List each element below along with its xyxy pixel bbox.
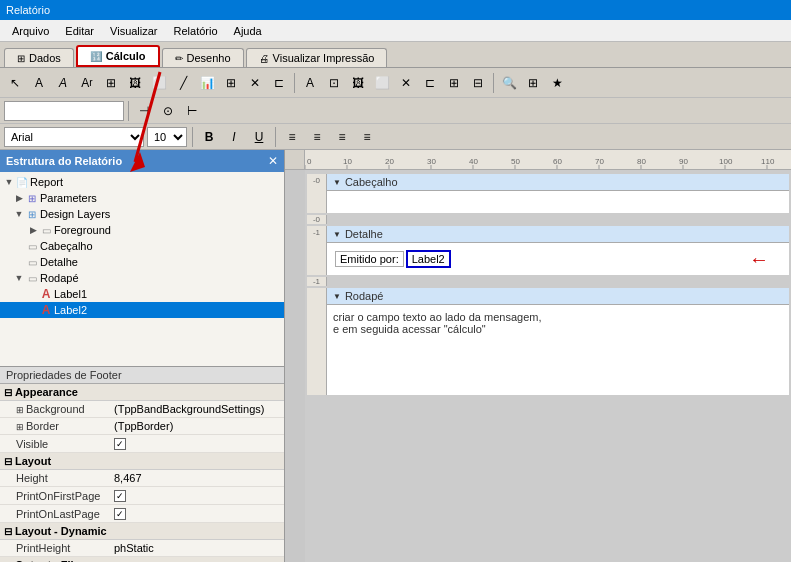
- prop-background: ⊞Background (TppBandBackgroundSettings): [0, 401, 284, 418]
- firstpage-checkbox[interactable]: ✓: [114, 490, 126, 502]
- tree-design-layers[interactable]: ▼ ⊞ Design Layers: [0, 206, 284, 222]
- cross-tool-btn[interactable]: ✕: [244, 72, 266, 94]
- expand-label2[interactable]: [28, 305, 38, 315]
- report-tree: ▼ 📄 Report ▶ ⊞ Parameters ▼ ⊞ Design Lay…: [0, 172, 284, 367]
- menu-arquivo[interactable]: Arquivo: [4, 23, 57, 39]
- tree-label1[interactable]: A Label1: [0, 286, 284, 302]
- prop-firstpage-name: PrintOnFirstPage: [0, 488, 110, 504]
- canvas-content: -0 ▼ Cabeçalho -0: [305, 170, 791, 562]
- section-appearance[interactable]: ⊟ Appearance: [0, 384, 284, 401]
- visible-checkbox[interactable]: ✓: [114, 438, 126, 450]
- expand-report[interactable]: ▼: [4, 177, 14, 187]
- align-left-btn[interactable]: ⊣: [133, 100, 155, 122]
- detalhe-band-header[interactable]: ▼ Detalhe: [327, 226, 789, 243]
- close-panel-btn[interactable]: ✕: [268, 154, 278, 168]
- text3-tool-btn[interactable]: Ar: [76, 72, 98, 94]
- tree-report[interactable]: ▼ 📄 Report: [0, 174, 284, 190]
- cabecalho-band-row: -0 ▼ Cabeçalho: [307, 174, 789, 213]
- emitido-por-label: Emitido por:: [335, 251, 404, 267]
- select-tool-btn[interactable]: ↖: [4, 72, 26, 94]
- font-name-select[interactable]: Arial: [4, 127, 144, 147]
- image-tool-btn[interactable]: 🖼: [124, 72, 146, 94]
- chart-tool-btn[interactable]: 📊: [196, 72, 218, 94]
- cabecalho-triangle: ▼: [333, 178, 341, 187]
- cross2-btn[interactable]: ✕: [395, 72, 417, 94]
- section-output-file[interactable]: ⊟ Output - File: [0, 557, 284, 562]
- label2-element[interactable]: Label2: [406, 250, 451, 268]
- text2-tool-btn[interactable]: A: [52, 72, 74, 94]
- expand-layout-dynamic: ⊟: [4, 526, 12, 537]
- prop-visible-value: ✓: [110, 435, 284, 452]
- sub2-btn[interactable]: ⊏: [419, 72, 441, 94]
- font-size-select[interactable]: 10: [147, 127, 187, 147]
- tab-calculo[interactable]: 🔢 Cálculo: [76, 45, 160, 67]
- tree-label2[interactable]: A Label2: [0, 302, 284, 318]
- menu-editar[interactable]: Editar: [57, 23, 102, 39]
- section-layout-label: Layout: [15, 455, 51, 467]
- lastpage-checkbox[interactable]: ✓: [114, 508, 126, 520]
- text2b-btn[interactable]: A: [299, 72, 321, 94]
- tree-cabecalho[interactable]: ▭ Cabeçalho: [0, 238, 284, 254]
- align-center-btn[interactable]: ⊙: [157, 100, 179, 122]
- expand-params[interactable]: ▶: [14, 193, 24, 203]
- tab-visualizar[interactable]: 🖨 Visualizar Impressão: [246, 48, 388, 67]
- expand-label1[interactable]: [28, 289, 38, 299]
- expand-cabecalho[interactable]: [14, 241, 24, 251]
- expand-layout: ⊟: [4, 456, 12, 467]
- shape-tool-btn[interactable]: ⬜: [148, 72, 170, 94]
- rodape-band-header[interactable]: ▼ Rodapé: [327, 288, 789, 305]
- justify-btn[interactable]: ≡: [356, 126, 378, 148]
- rodape-icon: ▭: [24, 271, 40, 285]
- align-right-btn[interactable]: ⊢: [181, 100, 203, 122]
- section-layout[interactable]: ⊟ Layout: [0, 453, 284, 470]
- expand-layers[interactable]: ▼: [14, 209, 24, 219]
- svg-text:110: 110: [761, 157, 775, 166]
- tree-detalhe[interactable]: ▭ Detalhe: [0, 254, 284, 270]
- extra2-btn[interactable]: ⊟: [467, 72, 489, 94]
- italic-btn[interactable]: I: [223, 126, 245, 148]
- align-text-right-btn[interactable]: ≡: [331, 126, 353, 148]
- field-tool-btn[interactable]: ⊞: [100, 72, 122, 94]
- img2-btn[interactable]: 🖼: [347, 72, 369, 94]
- rodape-text: criar o campo texto ao lado da mensagem,…: [333, 311, 542, 335]
- svg-text:90: 90: [679, 157, 688, 166]
- expand-rodape[interactable]: ▼: [14, 273, 24, 283]
- tab-desenho[interactable]: ✏ Desenho: [162, 48, 244, 67]
- expand-fg[interactable]: ▶: [28, 225, 38, 235]
- extra1-btn[interactable]: ⊞: [443, 72, 465, 94]
- grid-btn[interactable]: ⊞: [522, 72, 544, 94]
- tab-desenho-label: Desenho: [187, 52, 231, 64]
- underline-btn[interactable]: U: [248, 126, 270, 148]
- bold-btn[interactable]: B: [198, 126, 220, 148]
- menu-ajuda[interactable]: Ajuda: [226, 23, 270, 39]
- shape2-btn[interactable]: ⬜: [371, 72, 393, 94]
- align-text-center-btn[interactable]: ≡: [306, 126, 328, 148]
- section-layout-dynamic[interactable]: ⊟ Layout - Dynamic: [0, 523, 284, 540]
- prop-printheight: PrintHeight phStatic: [0, 540, 284, 557]
- separator2: [493, 73, 494, 93]
- tree-rodape[interactable]: ▼ ▭ Rodapé: [0, 270, 284, 286]
- rodape-triangle: ▼: [333, 292, 341, 301]
- star-btn[interactable]: ★: [546, 72, 568, 94]
- red-arrow-annotation: ←: [749, 248, 769, 271]
- subreport-tool-btn[interactable]: ⊏: [268, 72, 290, 94]
- expand-detalhe[interactable]: [14, 257, 24, 267]
- position-input[interactable]: [4, 101, 124, 121]
- menu-relatorio[interactable]: Relatório: [166, 23, 226, 39]
- rodape-band-row: ▼ Rodapé criar o campo texto ao lado da …: [307, 288, 789, 395]
- tree-foreground[interactable]: ▶ ▭ Foreground: [0, 222, 284, 238]
- table-tool-btn[interactable]: ⊞: [220, 72, 242, 94]
- prop-lastpage-value: ✓: [110, 505, 284, 522]
- text-tool-btn[interactable]: A: [28, 72, 50, 94]
- align-text-left-btn[interactable]: ≡: [281, 126, 303, 148]
- field2-btn[interactable]: ⊡: [323, 72, 345, 94]
- separator3: [128, 101, 129, 121]
- menu-visualizar[interactable]: Visualizar: [102, 23, 166, 39]
- ruler-v-1: -1: [313, 228, 320, 237]
- zoom-in-btn[interactable]: 🔍: [498, 72, 520, 94]
- line-tool-btn[interactable]: ╱: [172, 72, 194, 94]
- separator1: [294, 73, 295, 93]
- tab-dados[interactable]: ⊞ Dados: [4, 48, 74, 67]
- cabecalho-band-header[interactable]: ▼ Cabeçalho: [327, 174, 789, 191]
- tree-parameters[interactable]: ▶ ⊞ Parameters: [0, 190, 284, 206]
